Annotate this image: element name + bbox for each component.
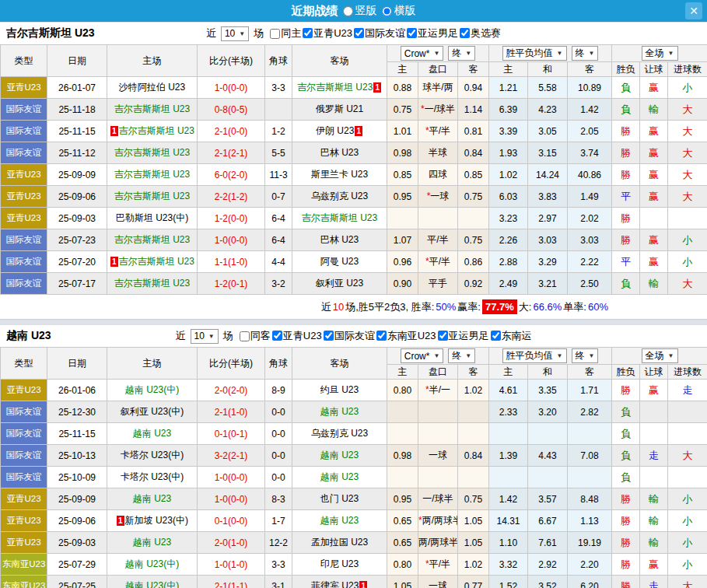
full-match-select[interactable]: 全场	[642, 348, 678, 363]
home-team-link[interactable]: 越南 U23(中)	[125, 384, 179, 395]
home-team-cell: 吉尔吉斯斯坦 U23	[107, 99, 198, 121]
lose-odds: 1.71	[568, 380, 612, 401]
away-team-link[interactable]: 巴林 U23	[320, 147, 359, 158]
away-team-link[interactable]: 越南 U23	[320, 471, 359, 482]
final-odds-select-1[interactable]: 终	[448, 348, 475, 363]
away-team-link[interactable]: 菲律宾 U23	[311, 580, 359, 588]
draw-odds: 7.61	[528, 532, 568, 554]
away-team-link[interactable]: 乌兹别克 U23	[311, 428, 368, 439]
home-team-link[interactable]: 吉尔吉斯斯坦 U23	[114, 278, 190, 289]
away-team-link[interactable]: 乌兹别克 U23	[311, 191, 368, 201]
home-team-link[interactable]: 吉尔吉斯斯坦 U23	[114, 234, 190, 245]
draw-odds: 3.15	[528, 142, 568, 164]
home-team-link[interactable]: 新加坡 U23(中)	[125, 515, 188, 526]
final-odds-select-2[interactable]: 终	[572, 348, 599, 363]
home-team-link[interactable]: 越南 U23(中)	[125, 580, 179, 588]
home-team-link[interactable]: 越南 U23	[133, 537, 171, 548]
final-odds-select-2[interactable]: 终	[572, 46, 599, 61]
home-team-cell: 沙特阿拉伯 U23	[107, 77, 198, 99]
away-team-link[interactable]: 越南 U23	[320, 450, 359, 460]
away-team-link[interactable]: 吉尔吉斯斯坦 U23	[297, 82, 373, 93]
full-match-select[interactable]: 全场	[642, 46, 678, 61]
result-handicap	[640, 423, 668, 445]
match-type-badge: 国际友谊	[1, 99, 47, 121]
layout-vertical-option[interactable]: 竖版	[343, 4, 377, 18]
home-team-cell: 叙利亚 U23(中)	[107, 401, 198, 423]
odds-provider-select[interactable]: Crow*	[401, 348, 444, 363]
away-odds: 0.75	[458, 229, 489, 251]
home-odds: 0.98	[387, 142, 418, 164]
home-team-link[interactable]: 吉尔吉斯斯坦 U23	[114, 169, 190, 180]
away-team-link[interactable]: 越南 U23	[320, 515, 359, 526]
away-team-link[interactable]: 巴林 U23	[320, 234, 359, 245]
filter-checkbox-option[interactable]: 东南运	[489, 329, 532, 343]
filter-checkbox[interactable]	[376, 331, 387, 341]
filter-checkbox[interactable]	[460, 28, 470, 38]
home-team-link[interactable]: 卡塔尔 U23(中)	[121, 471, 184, 482]
away-team-link[interactable]: 也门 U23	[320, 493, 359, 504]
filter-checkbox[interactable]	[491, 331, 501, 341]
match-date: 26-01-06	[47, 380, 107, 401]
draw-odds	[528, 423, 568, 445]
home-team-link[interactable]: 吉尔吉斯斯坦 U23	[119, 125, 194, 136]
away-team-link[interactable]: 吉尔吉斯斯坦 U23	[302, 212, 377, 223]
filter-checkbox-option[interactable]: 亚青U23	[271, 329, 322, 343]
home-team-link[interactable]: 吉尔吉斯斯坦 U23	[119, 256, 194, 267]
filter-checkbox-option[interactable]: 国际友谊	[352, 26, 405, 40]
filter-checkbox-option[interactable]: 国际友谊	[322, 329, 375, 343]
filter-checkbox-option[interactable]: 东南亚U23	[375, 329, 436, 343]
away-team-link[interactable]: 越南 U23	[320, 406, 359, 417]
result-wdl: 負	[612, 401, 640, 423]
filter-checkbox-option[interactable]: 亚运男足	[436, 329, 489, 343]
odds-provider-select[interactable]: Crow*	[401, 46, 444, 61]
home-team-link[interactable]: 沙特阿拉伯 U23	[119, 82, 185, 93]
rank-badge: 1	[359, 581, 367, 588]
wdl-average-select[interactable]: 胜平负均值	[502, 348, 567, 363]
col-header-corner: 角球	[265, 45, 292, 77]
home-team-link[interactable]: 吉尔吉斯斯坦 U23	[114, 103, 190, 114]
layout-vertical-radio[interactable]	[343, 6, 353, 16]
layout-horizontal-radio[interactable]	[382, 6, 392, 16]
final-odds-select-1[interactable]: 终	[448, 46, 475, 61]
filter-checkbox[interactable]	[272, 331, 282, 341]
home-team-link[interactable]: 叙利亚 U23(中)	[121, 406, 184, 417]
home-team-link[interactable]: 越南 U23(中)	[125, 558, 179, 569]
same-venue-checkbox[interactable]	[270, 29, 280, 39]
home-team-link[interactable]: 吉尔吉斯斯坦 U23	[114, 191, 190, 201]
home-team-link[interactable]: 吉尔吉斯斯坦 U23	[114, 147, 190, 158]
home-team-link[interactable]: 越南 U23	[133, 493, 171, 504]
away-team-link[interactable]: 阿曼 U23	[320, 256, 359, 267]
home-team-link[interactable]: 卡塔尔 U23(中)	[121, 450, 184, 460]
matches-label: 场	[254, 26, 264, 40]
same-venue-option[interactable]: 同客	[238, 329, 271, 343]
filter-checkbox[interactable]	[324, 331, 334, 341]
away-team-link[interactable]: 伊朗 U23	[316, 125, 354, 136]
win-odds: 1.52	[489, 576, 528, 588]
filter-checkbox[interactable]	[407, 28, 417, 38]
filter-checkbox[interactable]	[438, 331, 448, 341]
lose-odds: 2.02	[568, 208, 612, 229]
same-venue-checkbox[interactable]	[240, 331, 250, 341]
away-team-link[interactable]: 叙利亚 U23	[316, 278, 363, 289]
filter-checkbox[interactable]	[303, 28, 313, 38]
match-count-select[interactable]: 10	[221, 26, 249, 41]
filter-checkbox-option[interactable]: 亚青U23	[301, 26, 352, 40]
away-team-link[interactable]: 俄罗斯 U21	[316, 103, 363, 114]
away-team-link[interactable]: 约旦 U23	[320, 384, 359, 395]
home-team-link[interactable]: 越南 U23	[133, 428, 171, 439]
match-count-select[interactable]: 10	[191, 329, 219, 344]
away-team-link[interactable]: 斯里兰卡 U23	[311, 169, 368, 180]
same-venue-option[interactable]: 同主	[268, 26, 301, 40]
layout-horizontal-option[interactable]: 横版	[382, 4, 416, 18]
wdl-average-select[interactable]: 胜平负均值	[502, 46, 567, 61]
away-team-link[interactable]: 印尼 U23	[320, 558, 359, 569]
filter-checkbox-option[interactable]: 奥选赛	[458, 26, 501, 40]
close-icon[interactable]: ✕	[685, 2, 702, 19]
result-wdl: 勝	[612, 164, 640, 186]
filter-checkbox-option[interactable]: 亚运男足	[405, 26, 458, 40]
home-odds: 0.75	[387, 99, 418, 121]
draw-odds: 3.35	[528, 380, 568, 401]
home-team-link[interactable]: 巴勒斯坦 U23(中)	[116, 212, 188, 223]
away-team-link[interactable]: 孟加拉国 U23	[311, 537, 368, 548]
filter-checkbox[interactable]	[354, 28, 364, 38]
